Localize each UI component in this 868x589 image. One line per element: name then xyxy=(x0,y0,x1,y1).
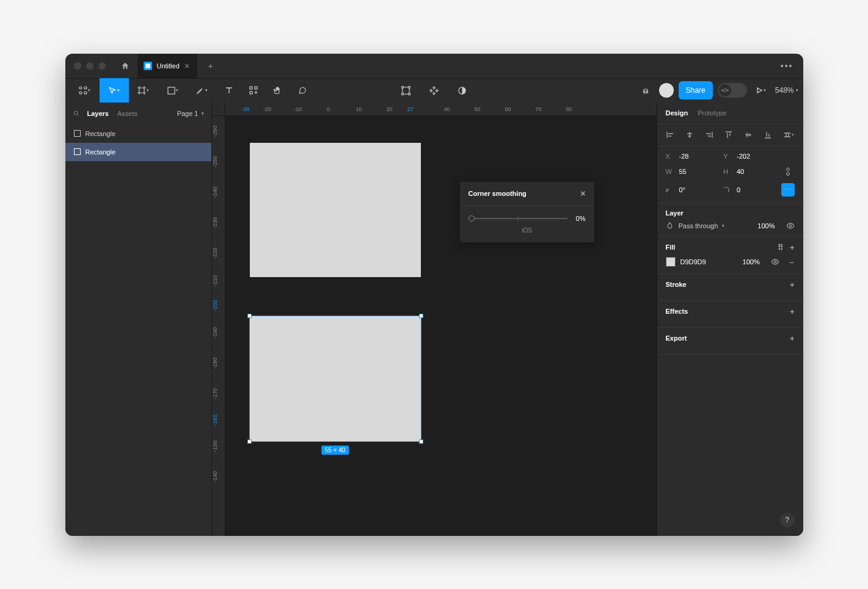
add-effect-icon[interactable]: + xyxy=(790,307,795,316)
ruler-tick: -190 xyxy=(212,317,218,348)
ios-preset-label: iOS xyxy=(522,227,532,234)
fill-visibility-icon[interactable] xyxy=(771,258,779,266)
pen-tool[interactable]: ▾ xyxy=(188,78,217,103)
help-button[interactable]: ? xyxy=(780,513,795,527)
audio-icon[interactable] xyxy=(637,78,654,103)
move-tool[interactable]: ▾ xyxy=(100,78,129,103)
remove-fill-icon[interactable]: − xyxy=(789,257,795,267)
ruler-tick: 20 xyxy=(374,103,405,115)
ruler-tick: 80 xyxy=(554,103,585,115)
y-field[interactable]: Y-202 xyxy=(723,153,774,160)
layer-row[interactable]: Rectangle xyxy=(65,125,211,143)
prototype-tab[interactable]: Prototype xyxy=(698,109,726,117)
canvas[interactable]: 55 × 40 Corner smoothing × 0% xyxy=(225,116,657,536)
maximize-window-icon[interactable] xyxy=(98,62,106,70)
overflow-menu-icon[interactable]: ••• xyxy=(781,61,798,71)
close-window-icon[interactable] xyxy=(74,62,81,70)
present-button[interactable]: ▾ xyxy=(752,78,770,103)
fill-style-icon[interactable]: ⠿ xyxy=(778,243,784,252)
rectangle-icon xyxy=(74,130,81,137)
align-top-icon[interactable] xyxy=(724,131,735,139)
text-tool[interactable] xyxy=(217,78,241,103)
search-icon[interactable] xyxy=(73,110,80,117)
align-left-icon[interactable] xyxy=(666,131,677,139)
edit-object-icon[interactable] xyxy=(394,78,418,103)
rectangle-shape[interactable] xyxy=(250,143,421,277)
fill-row: D9D9D9 100% − xyxy=(666,257,795,267)
layer-name: Rectangle xyxy=(86,130,116,137)
layer-section-header: Layer xyxy=(666,209,795,217)
ruler-tick: 10 xyxy=(344,103,374,115)
layers-tab[interactable]: Layers xyxy=(87,110,109,117)
main-menu-button[interactable]: ▾ xyxy=(70,78,100,103)
home-tab[interactable] xyxy=(115,56,135,76)
user-avatar[interactable] xyxy=(659,83,674,98)
svg-point-1 xyxy=(79,87,82,89)
smoothing-slider-row: 0% xyxy=(469,215,586,222)
independent-corners-icon[interactable]: ⋯ xyxy=(781,183,795,197)
resources-tool[interactable] xyxy=(241,78,266,103)
canvas-area[interactable]: -28 -20 -10 0 10 20 27 40 50 60 70 80 -2… xyxy=(212,103,657,536)
share-button[interactable]: Share xyxy=(679,81,713,99)
section-title: Effects xyxy=(666,308,688,315)
add-stroke-icon[interactable]: + xyxy=(790,280,795,289)
svg-rect-7 xyxy=(255,87,257,89)
mask-icon[interactable] xyxy=(450,78,475,103)
rectangle-shape-selected[interactable] xyxy=(250,316,421,441)
align-right-icon[interactable] xyxy=(705,131,716,139)
dev-mode-toggle[interactable]: </> xyxy=(718,83,747,98)
export-section: Export + xyxy=(657,328,803,355)
fill-section: Fill ⠿ + D9D9D9 100% − xyxy=(657,237,803,274)
hand-tool[interactable] xyxy=(266,78,290,103)
blend-mode-select[interactable]: Pass through▾ xyxy=(679,222,725,229)
ruler-tick: 50 xyxy=(462,103,493,115)
design-tab[interactable]: Design xyxy=(666,109,688,117)
fill-swatch[interactable] xyxy=(666,257,676,267)
rotation-field[interactable]: 0° xyxy=(666,186,717,193)
resize-handle-se[interactable] xyxy=(419,439,423,444)
w-field[interactable]: W55 xyxy=(666,168,717,175)
shape-tool[interactable]: ▾ xyxy=(158,78,188,103)
fill-hex-field[interactable]: D9D9D9 xyxy=(680,258,706,266)
add-export-icon[interactable]: + xyxy=(790,334,795,343)
add-fill-icon[interactable]: + xyxy=(790,243,795,252)
app-window: Untitled × + ••• ▾ ▾ ▾ ▾ ▾ xyxy=(65,54,803,536)
page-selector[interactable]: Page 1▾ xyxy=(177,110,204,117)
figma-file-icon xyxy=(144,62,152,70)
comment-tool[interactable] xyxy=(290,78,315,103)
align-bottom-icon[interactable] xyxy=(764,131,775,139)
resize-handle-sw[interactable] xyxy=(247,439,252,444)
distribute-icon[interactable]: ▾ xyxy=(783,131,794,139)
align-vcenter-icon[interactable] xyxy=(744,131,755,139)
ruler-tick: 0 xyxy=(313,103,344,115)
component-icon[interactable] xyxy=(422,78,447,103)
align-hcenter-icon[interactable] xyxy=(685,131,696,139)
left-panel: Layers Assets Page 1▾ Rectangle Rectangl… xyxy=(65,103,212,536)
effects-section: Effects + xyxy=(657,301,803,328)
close-popup-icon[interactable]: × xyxy=(580,189,585,198)
smoothing-value: 0% xyxy=(576,215,586,222)
corner-radius-field[interactable]: 0 xyxy=(723,186,774,193)
visibility-icon[interactable] xyxy=(786,222,795,230)
smoothing-slider[interactable] xyxy=(469,218,567,219)
assets-tab[interactable]: Assets xyxy=(117,110,137,117)
minimize-window-icon[interactable] xyxy=(86,62,93,70)
resize-handle-ne[interactable] xyxy=(419,314,423,318)
resize-handle-nw[interactable] xyxy=(247,314,252,318)
close-tab-icon[interactable]: × xyxy=(184,61,190,70)
ruler-horizontal: -28 -20 -10 0 10 20 27 40 50 60 70 80 xyxy=(225,103,657,116)
ruler-tick: -140 xyxy=(212,461,218,492)
zoom-select[interactable]: 548%▾ xyxy=(775,86,798,95)
frame-tool[interactable]: ▾ xyxy=(129,78,158,103)
new-tab-button[interactable]: + xyxy=(202,60,219,71)
layer-opacity-field[interactable]: 100% xyxy=(757,222,775,229)
layer-row[interactable]: Rectangle xyxy=(65,143,211,161)
h-field[interactable]: H40 xyxy=(723,168,774,175)
section-title: Layer xyxy=(666,209,684,217)
fill-opacity-field[interactable]: 100% xyxy=(743,258,760,266)
x-field[interactable]: X-28 xyxy=(666,153,717,160)
slider-thumb[interactable] xyxy=(469,215,475,222)
constrain-proportions-icon[interactable] xyxy=(781,165,795,178)
file-tab[interactable]: Untitled × xyxy=(137,54,197,78)
blend-mode-icon xyxy=(666,222,674,229)
